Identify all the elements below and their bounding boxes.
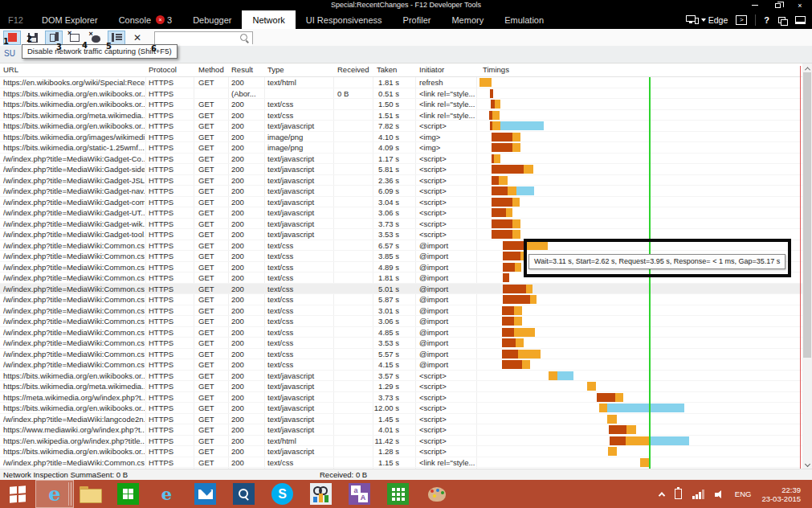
table-row[interactable]: /w/index.php?title=MediaWiki:Common.cs..… bbox=[0, 327, 802, 338]
tab-network[interactable]: Network bbox=[242, 10, 295, 29]
tab-memory[interactable]: Memory bbox=[441, 10, 494, 29]
table-row[interactable]: /w/index.php?title=MediaWiki:Gadget-side… bbox=[0, 164, 802, 175]
open-console-button[interactable]: > bbox=[736, 15, 747, 25]
column-header-url[interactable]: URL bbox=[3, 65, 18, 74]
clear-entries-button[interactable]: ✕ bbox=[129, 31, 146, 45]
column-header-type[interactable]: Type bbox=[267, 65, 284, 74]
table-row[interactable]: /w/index.php?title=MediaWiki:Gadget-com.… bbox=[0, 197, 802, 208]
cell-taken: 3.57 s bbox=[363, 371, 399, 380]
table-row[interactable]: /w/index.php?title=MediaWiki:Common.cs..… bbox=[0, 316, 802, 327]
clear-session-button[interactable] bbox=[66, 31, 84, 45]
cell-result: 200 bbox=[231, 208, 265, 217]
column-header-initiator[interactable]: Initiator bbox=[419, 65, 444, 74]
cell-result: 200 bbox=[231, 285, 265, 293]
table-row[interactable]: https://bits.wikimedia.org/en.wikibooks.… bbox=[0, 88, 802, 100]
column-header-protocol[interactable]: Protocol bbox=[149, 65, 177, 74]
table-row[interactable]: /w/index.php?title=MediaWiki:Gadget-nav.… bbox=[0, 186, 802, 197]
tab-ui-responsiveness[interactable]: UI Responsiveness bbox=[296, 10, 393, 29]
target-selector[interactable]: Edge bbox=[686, 15, 728, 25]
table-row[interactable]: https://bits.wikimedia.org/en.wikibooks.… bbox=[0, 403, 802, 414]
timing-bar-segment bbox=[522, 360, 530, 369]
restore-button[interactable] bbox=[772, 1, 783, 10]
search-icon[interactable] bbox=[240, 34, 249, 43]
scrollbar-thumb[interactable] bbox=[803, 72, 811, 358]
dock-bottom-icon[interactable] bbox=[795, 16, 806, 24]
table-row[interactable]: https://bits.wikimedia.org/meta.wikimedi… bbox=[0, 110, 802, 121]
cell-taken: 3.06 s bbox=[363, 317, 399, 326]
taskbar-mail-button[interactable] bbox=[194, 483, 216, 505]
cell-initiator: <img> bbox=[419, 143, 476, 152]
taskbar-money-button[interactable] bbox=[310, 483, 332, 505]
cell-protocol: HTTPS bbox=[149, 317, 190, 326]
tab-dom-explorer[interactable]: DOM Explorer bbox=[31, 10, 108, 29]
table-row[interactable]: /w/index.php?title=MediaWiki:Common.cs..… bbox=[0, 294, 802, 305]
table-row[interactable]: https://bits.wikimedia.org/en.wikibooks.… bbox=[0, 446, 802, 457]
table-header: URL Protocol Method Result Type Received… bbox=[0, 63, 802, 77]
table-row[interactable]: /w/index.php?title=MediaWiki:Common.cs..… bbox=[0, 284, 802, 295]
table-row[interactable]: /w/index.php?title=MediaWiki:Gadget-JSL.… bbox=[0, 175, 802, 186]
table-row[interactable]: https://www.mediawiki.org/w/index.php?t.… bbox=[0, 424, 802, 436]
table-row[interactable]: /w/index.php?title=MediaWiki:Common.cs..… bbox=[0, 359, 802, 371]
battery-icon[interactable] bbox=[675, 489, 682, 499]
cell-url: /w/index.php?title=MediaWiki:Common.cs..… bbox=[3, 263, 145, 272]
column-header-taken[interactable]: Taken bbox=[377, 65, 397, 74]
taskbar-ie-desktop-button[interactable]: e bbox=[156, 483, 177, 505]
table-row[interactable]: https://en.wikipedia.org/w/index.php?tit… bbox=[0, 436, 802, 447]
table-row[interactable]: /w/index.php?title=MediaWiki:Common.cs..… bbox=[0, 349, 802, 360]
tab-profiler[interactable]: Profiler bbox=[393, 10, 442, 29]
timing-bar-segment bbox=[610, 436, 626, 445]
clear-cookies-button[interactable] bbox=[87, 31, 104, 45]
taskbar-ie-active-button[interactable]: e bbox=[35, 480, 74, 508]
table-row[interactable]: /w/index.php?title=MediaWiki:Common.cs..… bbox=[0, 338, 802, 349]
table-row[interactable]: https://meta.wikimedia.org/w/index.php?t… bbox=[0, 392, 802, 404]
cell-url: https://bits.wikimedia.org/meta.wikimedi… bbox=[3, 382, 145, 391]
close-button[interactable]: × bbox=[794, 1, 806, 10]
paint-palette-icon bbox=[428, 487, 446, 502]
network-toolbar: ✕ bbox=[0, 29, 812, 46]
table-row[interactable]: https://bits.wikimedia.org/static-1.25wm… bbox=[0, 142, 802, 154]
table-row[interactable]: /w/index.php?title=MediaWiki:Gadget-Co..… bbox=[0, 154, 802, 165]
tab-console-label: Console bbox=[119, 15, 151, 25]
column-header-received[interactable]: Received bbox=[337, 65, 369, 74]
help-button[interactable]: ? bbox=[764, 15, 769, 25]
taskbar-skype-button[interactable]: S bbox=[271, 483, 293, 505]
table-row[interactable]: /w/index.php?title=MediaWiki:Common.cs..… bbox=[0, 457, 802, 469]
vertical-scrollbar[interactable] bbox=[802, 63, 812, 469]
table-row[interactable]: /w/index.php?title=MediaWiki:Gadget-UT..… bbox=[0, 207, 802, 219]
language-indicator[interactable]: ENG bbox=[735, 490, 752, 498]
taskbar-paint-button[interactable] bbox=[426, 483, 447, 505]
table-row[interactable]: https://bits.wikimedia.org/images/wikime… bbox=[0, 132, 802, 143]
device-target-icon bbox=[686, 15, 699, 24]
column-header-timings[interactable]: Timings bbox=[483, 65, 509, 74]
show-hidden-icons-button[interactable] bbox=[659, 492, 665, 498]
table-row[interactable]: https://bits.wikimedia.org/en.wikibooks.… bbox=[0, 121, 802, 132]
taskbar-calculator-button[interactable] bbox=[387, 483, 409, 505]
taskbar-store-button[interactable] bbox=[117, 483, 139, 505]
column-header-result[interactable]: Result bbox=[231, 65, 253, 74]
volume-icon[interactable] bbox=[715, 490, 724, 499]
table-row[interactable]: https://en.wikibooks.org/wiki/Special:Re… bbox=[0, 77, 802, 88]
taskbar-file-explorer-button[interactable] bbox=[79, 483, 100, 505]
timing-bar-segment bbox=[492, 198, 512, 207]
column-header-method[interactable]: Method bbox=[198, 65, 224, 74]
cell-method: GET bbox=[198, 338, 227, 347]
tab-console[interactable]: Console × 3 bbox=[108, 10, 182, 29]
cell-method: GET bbox=[198, 263, 227, 272]
start-button[interactable] bbox=[0, 480, 35, 508]
minimize-button[interactable] bbox=[749, 1, 761, 10]
network-signal-icon[interactable] bbox=[692, 490, 704, 499]
taskbar-search-button[interactable] bbox=[233, 483, 255, 505]
table-row[interactable]: /w/index.php?title=MediaWiki:Gadget-wik.… bbox=[0, 219, 802, 230]
table-row[interactable]: https://bits.wikimedia.org/meta.wikimedi… bbox=[0, 381, 802, 392]
table-row[interactable]: https://bits.wikimedia.org/en.wikibooks.… bbox=[0, 371, 802, 382]
cell-protocol: HTTPS bbox=[149, 143, 190, 152]
scroll-down-button[interactable] bbox=[802, 459, 812, 469]
unpin-icon[interactable] bbox=[777, 16, 787, 24]
taskbar-translator-button[interactable]: a A bbox=[349, 483, 370, 505]
taskbar-clock[interactable]: 22:39 23-03-2015 bbox=[761, 485, 801, 503]
table-row[interactable]: https://bits.wikimedia.org/en.wikibooks.… bbox=[0, 99, 802, 110]
tab-debugger[interactable]: Debugger bbox=[182, 10, 242, 29]
tab-emulation[interactable]: Emulation bbox=[494, 10, 554, 29]
table-row[interactable]: /w/index.php?title=MediaWiki:langcode2n.… bbox=[0, 414, 802, 425]
table-row[interactable]: /w/index.php?title=MediaWiki:Common.cs..… bbox=[0, 305, 802, 317]
